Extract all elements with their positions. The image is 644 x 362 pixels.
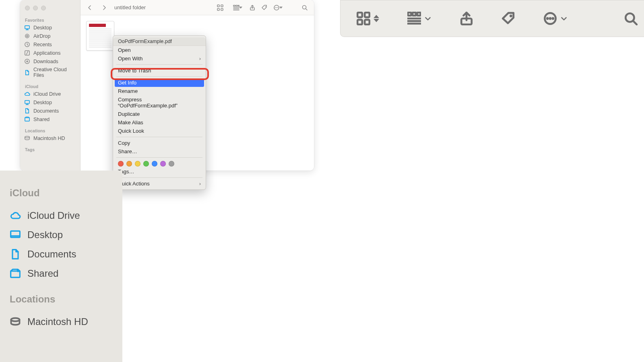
sidebar-item-desktop-icloud[interactable]: Desktop bbox=[20, 98, 80, 107]
sidebar-item-documents[interactable]: Documents bbox=[20, 107, 80, 115]
cloud-icon bbox=[24, 91, 30, 97]
svg-point-38 bbox=[17, 269, 20, 272]
ctx-compress[interactable]: Compress “OoPdfFormExample.pdf” bbox=[113, 95, 206, 110]
sidebar-item-macintoshhd[interactable]: Macintosh HD bbox=[20, 134, 80, 142]
file-item[interactable] bbox=[86, 21, 116, 51]
more-button[interactable] bbox=[271, 3, 282, 12]
toolbar: untitled folder bbox=[80, 0, 314, 15]
tag-yellow[interactable] bbox=[135, 161, 140, 167]
svg-point-30 bbox=[510, 15, 512, 17]
share-icon bbox=[249, 4, 256, 11]
file-icon bbox=[24, 70, 30, 76]
pdf-thumbnail-icon bbox=[86, 21, 114, 51]
tag-icon bbox=[502, 12, 515, 25]
sidebar-item-shared[interactable]: Shared bbox=[20, 115, 80, 123]
chevron-right-icon bbox=[101, 4, 107, 11]
sidebar-zoom: iCloud iCloud Drive Desktop Documents Sh… bbox=[0, 171, 122, 362]
sidebar-item-downloads[interactable]: Downloads bbox=[20, 57, 80, 66]
close-dot[interactable] bbox=[25, 6, 30, 10]
sidebar-item-applications[interactable]: Applications bbox=[20, 49, 80, 57]
ctx-tags[interactable]: Tags… bbox=[113, 167, 206, 176]
tag-gray[interactable] bbox=[169, 161, 174, 167]
ctx-duplicate[interactable]: Duplicate bbox=[113, 110, 206, 118]
ctx-share[interactable]: Share… bbox=[113, 147, 206, 156]
list-icon bbox=[233, 4, 239, 11]
sidebar-item-recents[interactable]: Recents bbox=[20, 40, 80, 49]
zoom-dot[interactable] bbox=[41, 6, 46, 10]
search-button[interactable] bbox=[624, 12, 638, 25]
disk-icon bbox=[24, 135, 30, 141]
search-button[interactable] bbox=[299, 3, 310, 12]
tags-button[interactable] bbox=[502, 12, 515, 25]
tag-purple[interactable] bbox=[160, 161, 166, 167]
chevron-down-icon bbox=[424, 15, 431, 22]
sidebar-item-iclouddrive[interactable]: iCloud Drive bbox=[20, 90, 80, 98]
sidebar-item-iclouddrive[interactable]: iCloud Drive bbox=[10, 206, 113, 225]
ctx-move-to-trash[interactable]: Move to Trash bbox=[113, 66, 206, 75]
more-icon bbox=[543, 12, 557, 25]
separator bbox=[116, 137, 202, 137]
more-button[interactable] bbox=[543, 12, 568, 25]
view-grid-button[interactable] bbox=[215, 3, 225, 12]
desktop-icon bbox=[10, 229, 21, 241]
sidebar-item-shared[interactable]: Shared bbox=[10, 264, 113, 283]
ctx-get-info[interactable]: Get Info bbox=[115, 78, 204, 87]
svg-rect-26 bbox=[408, 12, 411, 15]
minimize-dot[interactable] bbox=[33, 6, 38, 10]
context-header: OoPdfFormExample.pdf bbox=[113, 37, 206, 46]
sidebar-item-desktop[interactable]: Desktop bbox=[20, 23, 80, 32]
sidebar-section-favorites: Favorites bbox=[20, 16, 80, 23]
svg-rect-24 bbox=[357, 20, 362, 25]
svg-rect-29 bbox=[461, 19, 472, 25]
search-icon bbox=[301, 4, 308, 11]
back-button[interactable] bbox=[85, 3, 95, 12]
shared-icon bbox=[10, 268, 21, 279]
window-title: untitled folder bbox=[114, 4, 146, 10]
chevron-right-icon: › bbox=[199, 56, 201, 62]
desktop-icon bbox=[24, 99, 30, 105]
download-icon bbox=[24, 58, 30, 64]
shared-icon bbox=[24, 116, 30, 122]
file-icon bbox=[24, 108, 30, 114]
tags-button[interactable] bbox=[259, 3, 270, 12]
sidebar-section-icloud: iCloud bbox=[10, 187, 113, 199]
clock-icon bbox=[24, 41, 30, 47]
cloud-icon bbox=[10, 210, 21, 221]
view-grid-button[interactable] bbox=[357, 12, 379, 25]
context-menu: OoPdfFormExample.pdf Open Open With› Mov… bbox=[113, 35, 206, 190]
window-controls[interactable] bbox=[20, 3, 80, 16]
ctx-quick-actions[interactable]: Quick Actions› bbox=[113, 179, 206, 188]
svg-rect-22 bbox=[357, 12, 362, 17]
ctx-open[interactable]: Open bbox=[113, 46, 206, 54]
desktop-icon bbox=[24, 25, 30, 31]
tag-icon bbox=[261, 4, 268, 11]
share-button[interactable] bbox=[247, 3, 258, 12]
group-button[interactable] bbox=[407, 12, 431, 25]
tag-blue[interactable] bbox=[152, 161, 157, 167]
toolbar-zoom bbox=[340, 0, 644, 37]
ctx-open-with[interactable]: Open With› bbox=[113, 54, 206, 63]
separator bbox=[116, 177, 202, 178]
forward-button[interactable] bbox=[99, 3, 109, 12]
tag-orange[interactable] bbox=[126, 161, 132, 167]
sidebar-section-locations: Locations bbox=[20, 127, 80, 134]
grid-icon bbox=[217, 4, 223, 11]
svg-point-32 bbox=[547, 18, 549, 20]
chevron-down-icon bbox=[560, 15, 568, 22]
sidebar-item-airdrop[interactable]: AirDrop bbox=[20, 32, 80, 40]
ctx-copy[interactable]: Copy bbox=[113, 139, 206, 147]
group-button[interactable] bbox=[231, 3, 242, 12]
sidebar-item-desktop[interactable]: Desktop bbox=[10, 225, 113, 245]
ctx-quick-look[interactable]: Quick Look bbox=[113, 127, 206, 135]
share-button[interactable] bbox=[460, 12, 473, 25]
ctx-make-alias[interactable]: Make Alias bbox=[113, 118, 206, 127]
ctx-tag-colors[interactable] bbox=[113, 159, 206, 167]
ctx-rename[interactable]: Rename bbox=[113, 87, 206, 95]
sidebar-item-documents[interactable]: Documents bbox=[10, 245, 113, 264]
tag-red[interactable] bbox=[118, 161, 124, 167]
separator bbox=[116, 64, 202, 65]
sidebar-item-macintoshhd[interactable]: Macintosh HD bbox=[10, 312, 113, 331]
svg-point-39 bbox=[11, 318, 20, 321]
sidebar-item-ccfiles[interactable]: Creative Cloud Files bbox=[20, 66, 80, 79]
tag-green[interactable] bbox=[143, 161, 149, 167]
